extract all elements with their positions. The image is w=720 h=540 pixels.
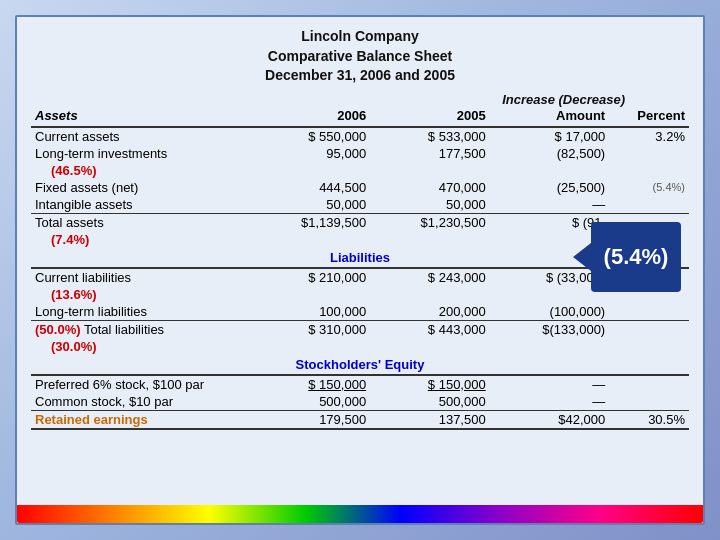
row-amount: $(133,000) <box>490 320 610 338</box>
table-row-indent: (46.5%) <box>31 162 689 179</box>
balance-sheet-card: Lincoln Company Comparative Balance Shee… <box>15 15 705 525</box>
row-label: Fixed assets (net) <box>31 179 251 196</box>
row-2005: 500,000 <box>370 393 490 411</box>
row-label: (50.0%) Total liabilities <box>31 320 251 338</box>
header-amount: Amount <box>490 107 610 127</box>
table-row: Fixed assets (net) 444,500 470,000 (25,5… <box>31 179 689 196</box>
row-percent <box>609 393 689 411</box>
header-2006: 2006 <box>251 107 371 127</box>
title-line2: Comparative Balance Sheet <box>31 47 689 67</box>
row-2005: $1,230,500 <box>370 213 490 231</box>
row-2005: $ 150,000 <box>370 375 490 393</box>
row-label: Preferred 6% stock, $100 par <box>31 375 251 393</box>
row-amount: — <box>490 375 610 393</box>
row-amount: — <box>490 393 610 411</box>
row-percent: (5.4%) <box>609 179 689 196</box>
row-amount: $ 17,000 <box>490 127 610 145</box>
title-line3: December 31, 2006 and 2005 <box>31 66 689 86</box>
row-amount: (82,500) <box>490 145 610 162</box>
row-2006: $1,139,500 <box>251 213 371 231</box>
row-2006: $ 150,000 <box>251 375 371 393</box>
row-label: Long-term liabilities <box>31 303 251 321</box>
row-label-indent: (46.5%) <box>31 162 251 179</box>
row-2005: $ 243,000 <box>370 268 490 286</box>
row-2005: $ 443,000 <box>370 320 490 338</box>
table-row: Common stock, $10 par 500,000 500,000 — <box>31 393 689 411</box>
row-label-intangible: Intangible assets <box>31 196 251 214</box>
row-2006: $ 310,000 <box>251 320 371 338</box>
increase-decrease-header: Increase (Decrease) <box>31 92 689 107</box>
row-label-indent: (7.4%) <box>31 231 251 248</box>
row-2005: 177,500 <box>370 145 490 162</box>
row-percent <box>609 303 689 321</box>
row-2006: $ 210,000 <box>251 268 371 286</box>
row-2006: 95,000 <box>251 145 371 162</box>
row-percent <box>609 196 689 214</box>
popup-badge: (5.4%) <box>591 222 681 292</box>
table-row: Preferred 6% stock, $100 par $ 150,000 $… <box>31 375 689 393</box>
table-row-indent: (30.0%) <box>31 338 689 355</box>
popup-text: (5.4%) <box>604 244 669 270</box>
row-2005: $ 533,000 <box>370 127 490 145</box>
header-assets: Assets <box>31 107 251 127</box>
row-label-indent: (13.6%) <box>31 286 251 303</box>
table-row: (50.0%) Total liabilities $ 310,000 $ 44… <box>31 320 689 338</box>
row-label-indent: (30.0%) <box>31 338 251 355</box>
row-2005: 50,000 <box>370 196 490 214</box>
header-percent: Percent <box>609 107 689 127</box>
header-2005: 2005 <box>370 107 490 127</box>
table-row-retained: Retained earnings 179,500 137,500 $42,00… <box>31 410 689 429</box>
row-2006: $ 550,000 <box>251 127 371 145</box>
table-row: Current assets $ 550,000 $ 533,000 $ 17,… <box>31 127 689 145</box>
stockholders-header: Stockholders' Equity <box>31 355 689 375</box>
table-row: Intangible assets 50,000 50,000 — <box>31 196 689 214</box>
row-percent: 3.2% <box>609 127 689 145</box>
row-2005: 200,000 <box>370 303 490 321</box>
row-amount: (100,000) <box>490 303 610 321</box>
row-2006: 179,500 <box>251 410 371 429</box>
row-2006: 500,000 <box>251 393 371 411</box>
row-amount: (25,500) <box>490 179 610 196</box>
row-percent <box>609 320 689 338</box>
row-percent <box>609 145 689 162</box>
row-label-total: Total assets <box>31 213 251 231</box>
row-amount: $42,000 <box>490 410 610 429</box>
row-percent: 30.5% <box>609 410 689 429</box>
row-amount: — <box>490 196 610 214</box>
row-2006: 444,500 <box>251 179 371 196</box>
table-row: Long-term liabilities 100,000 200,000 (1… <box>31 303 689 321</box>
row-2005: 470,000 <box>370 179 490 196</box>
title-block: Lincoln Company Comparative Balance Shee… <box>31 27 689 86</box>
section-header-row: Stockholders' Equity <box>31 355 689 375</box>
row-label: Common stock, $10 par <box>31 393 251 411</box>
row-label: Current assets <box>31 127 251 145</box>
table-row: Long-term investments 95,000 177,500 (82… <box>31 145 689 162</box>
row-2005: 137,500 <box>370 410 490 429</box>
row-label: Current liabilities <box>31 268 251 286</box>
title-line1: Lincoln Company <box>31 27 689 47</box>
column-headers-row: Assets 2006 2005 Amount Percent <box>31 107 689 127</box>
row-2006: 50,000 <box>251 196 371 214</box>
row-2006: 100,000 <box>251 303 371 321</box>
row-label-retained: Retained earnings <box>31 410 251 429</box>
bottom-rainbow-bar <box>17 505 703 523</box>
row-percent <box>609 375 689 393</box>
row-label: Long-term investments <box>31 145 251 162</box>
inc-dec-label: Increase (Decrease) <box>502 92 625 107</box>
